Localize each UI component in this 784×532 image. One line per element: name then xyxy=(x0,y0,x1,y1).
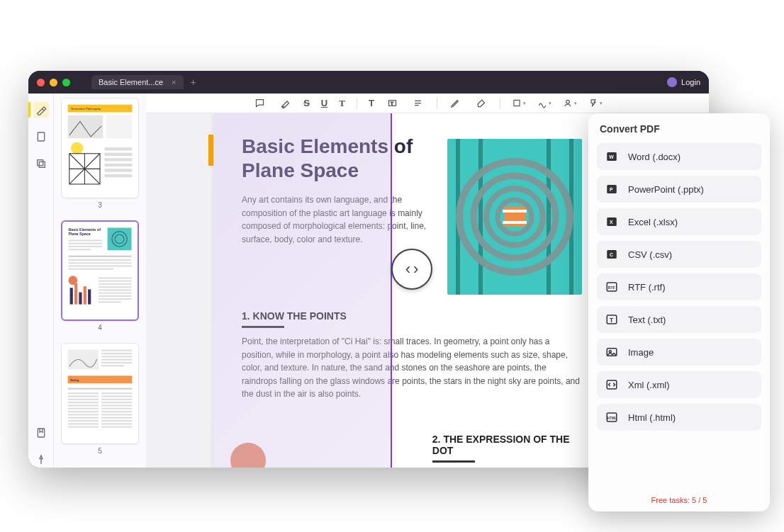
svg-text:P: P xyxy=(610,187,613,192)
svg-rect-19 xyxy=(104,169,132,171)
pen-icon[interactable] xyxy=(449,96,463,111)
svg-rect-15 xyxy=(104,147,132,150)
txt-icon: T xyxy=(605,313,618,326)
svg-point-92 xyxy=(566,100,570,103)
new-tab-button[interactable]: + xyxy=(191,77,196,88)
convert-csv[interactable]: C CSV (.csv) xyxy=(597,241,761,268)
close-window-button[interactable] xyxy=(37,79,45,86)
svg-rect-20 xyxy=(104,174,132,177)
svg-rect-82 xyxy=(101,417,132,419)
svg-text:Plane Space: Plane Space xyxy=(68,232,90,236)
svg-rect-56 xyxy=(101,359,132,361)
svg-rect-31 xyxy=(68,256,131,257)
svg-rect-0 xyxy=(38,132,44,141)
convert-rtf[interactable]: RTF RTF (.rtf) xyxy=(597,273,761,300)
paragraph-icon[interactable] xyxy=(411,96,425,111)
thumbnail-page-4[interactable]: Basic Elements of Plane Space xyxy=(61,220,139,339)
svg-rect-27 xyxy=(68,240,102,242)
svg-rect-29 xyxy=(68,246,102,247)
section-2-heading: 2. THE EXPRESSION OF THE DOT xyxy=(432,434,582,456)
more-icon[interactable] xyxy=(588,96,603,111)
avatar-icon xyxy=(667,77,677,87)
svg-rect-57 xyxy=(101,362,132,363)
highlight-icon[interactable] xyxy=(278,96,292,111)
close-tab-button[interactable]: × xyxy=(172,78,176,86)
textbox-icon[interactable]: T xyxy=(369,98,374,108)
thumbnail-page-5[interactable]: String xyxy=(61,343,139,461)
signature-icon[interactable] xyxy=(537,96,551,111)
svg-rect-63 xyxy=(68,396,99,397)
convert-label: Image xyxy=(628,347,654,358)
thumbnail-page-3[interactable]: Geometric Philosophy 3 xyxy=(61,98,139,216)
document-tab[interactable]: Basic Element...ce × xyxy=(91,75,184,89)
section-1-body: Point, the interpretation of "Ci Hai" is… xyxy=(242,335,582,401)
left-tool-rail xyxy=(28,94,54,468)
svg-rect-69 xyxy=(68,414,99,416)
svg-text:W: W xyxy=(609,154,614,159)
intro-paragraph: Any art contains its own language, and t… xyxy=(242,193,437,246)
redact-icon[interactable] xyxy=(563,96,577,111)
thumb-number: 5 xyxy=(61,444,139,462)
convert-html[interactable]: HTML Html (.html) xyxy=(597,404,761,431)
page-tool-icon[interactable] xyxy=(33,129,49,145)
svg-rect-52 xyxy=(68,350,99,370)
stamp-icon[interactable] xyxy=(512,96,526,111)
convert-label: Html (.html) xyxy=(628,412,676,423)
eraser-icon[interactable] xyxy=(474,96,488,111)
strike-icon[interactable]: S xyxy=(303,98,310,108)
maximize-window-button[interactable] xyxy=(62,79,70,86)
login-label: Login xyxy=(681,78,700,86)
convert-text[interactable]: T Text (.txt) xyxy=(597,306,761,333)
heading-underline xyxy=(432,460,475,463)
login-button[interactable]: Login xyxy=(667,77,700,87)
text-edit-icon[interactable]: T xyxy=(339,98,345,109)
svg-rect-97 xyxy=(547,139,551,295)
svg-rect-7 xyxy=(68,115,103,138)
layers-tool-icon[interactable] xyxy=(33,156,49,171)
svg-rect-73 xyxy=(68,426,99,428)
compare-handle[interactable]: ‹› xyxy=(391,249,432,290)
fill-text-icon[interactable]: T xyxy=(386,96,400,111)
pin-tool-icon[interactable] xyxy=(33,452,49,468)
svg-text:C: C xyxy=(610,252,613,257)
img-icon xyxy=(605,346,618,358)
svg-rect-49 xyxy=(99,299,132,300)
svg-rect-85 xyxy=(101,426,132,428)
underline-icon[interactable]: U xyxy=(321,98,327,108)
svg-rect-8 xyxy=(106,115,133,138)
svg-rect-79 xyxy=(101,408,132,409)
convert-image[interactable]: Image xyxy=(597,339,761,366)
toolbar-separator xyxy=(437,98,437,109)
toolbar-separator xyxy=(500,98,500,109)
thumbnail-panel: Geometric Philosophy 3 xyxy=(54,94,146,468)
highlighter-tool-icon[interactable] xyxy=(33,102,49,118)
svg-rect-104 xyxy=(503,210,527,213)
thumb-number: 3 xyxy=(61,198,139,216)
svg-rect-40 xyxy=(84,287,86,305)
convert-excel[interactable]: X Excel (.xlsx) xyxy=(597,208,761,235)
svg-rect-1 xyxy=(37,160,43,166)
bookmark-tool-icon[interactable] xyxy=(33,425,49,441)
toolbar-separator xyxy=(357,98,357,109)
ppt-icon: P xyxy=(605,183,618,196)
annotation-toolbar: S U T T T xyxy=(146,94,709,113)
convert-title: Convert PDF xyxy=(597,123,761,135)
svg-rect-3 xyxy=(38,429,44,437)
title-bar: Basic Element...ce × + Login xyxy=(28,71,709,94)
svg-rect-44 xyxy=(99,283,132,285)
convert-word[interactable]: W Word (.docx) xyxy=(597,143,761,170)
svg-text:HTML: HTML xyxy=(607,417,617,420)
svg-rect-18 xyxy=(104,164,132,166)
minimize-window-button[interactable] xyxy=(50,79,57,86)
svg-rect-66 xyxy=(68,405,99,407)
svg-rect-41 xyxy=(88,290,91,305)
xls-icon: X xyxy=(605,215,618,228)
window-controls xyxy=(37,79,70,86)
convert-ppt[interactable]: P PowerPoint (.pptx) xyxy=(597,176,761,203)
svg-rect-46 xyxy=(99,290,132,291)
note-icon[interactable] xyxy=(252,96,267,111)
convert-xml[interactable]: Xml (.xml) xyxy=(597,371,761,398)
svg-rect-70 xyxy=(68,417,99,419)
svg-text:T: T xyxy=(391,101,393,106)
svg-rect-75 xyxy=(101,396,132,397)
